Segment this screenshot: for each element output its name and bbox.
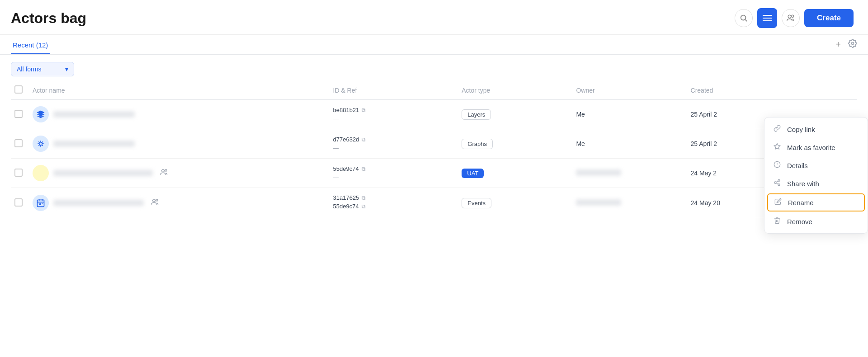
table-row: 31a17625⧉ 55de9c74⧉ Events 24 May 20	[11, 188, 857, 218]
filter-label: All forms	[17, 66, 41, 73]
id-primary: 31a17625	[333, 194, 359, 201]
id-ref-col: ID & Ref	[330, 81, 458, 100]
menu-label: Details	[787, 162, 808, 169]
row-1-checkbox[interactable]	[14, 110, 23, 118]
copy-id-icon[interactable]: ⧉	[362, 136, 366, 143]
row-4-checkbox[interactable]	[14, 198, 23, 207]
svg-point-0	[741, 15, 746, 20]
create-button[interactable]: Create	[804, 9, 854, 27]
created-date: 25 April 2	[691, 140, 717, 147]
settings-icon[interactable]	[848, 39, 857, 50]
tabs-right-actions: +	[835, 39, 857, 50]
table-row: d77e632d⧉ — Graphs Me 25 April 2	[11, 129, 857, 159]
actor-type-col: Actor type	[458, 81, 572, 100]
table-row: be881b21⧉ — Layers Me 25 April 2	[11, 100, 857, 129]
actor-type-badge: Events	[462, 198, 491, 208]
menu-label: Rename	[788, 199, 814, 207]
layers-icon	[33, 106, 49, 122]
menu-label: Remove	[787, 218, 812, 225]
select-all-col	[11, 81, 29, 100]
svg-point-33	[774, 182, 776, 183]
id-dash: —	[333, 174, 455, 181]
actions-col	[830, 81, 857, 100]
all-forms-dropdown[interactable]: All forms ▾	[11, 62, 74, 76]
row-2-checkbox[interactable]	[14, 139, 23, 147]
svg-line-15	[38, 141, 39, 142]
calendar-icon	[33, 195, 49, 211]
svg-line-36	[776, 181, 778, 182]
id-cell: 31a17625⧉ 55de9c74⧉	[333, 194, 455, 210]
svg-line-35	[776, 183, 778, 184]
select-all-checkbox[interactable]	[14, 85, 23, 94]
menu-item-mark-favorite[interactable]: Mark as favorite	[764, 138, 868, 156]
menu-label: Copy link	[787, 126, 815, 133]
owner-blurred	[576, 199, 621, 206]
actor-type-badge-blue: UAT	[462, 169, 484, 178]
pencil-icon	[774, 198, 783, 207]
copy-id-icon[interactable]: ⧉	[362, 107, 366, 113]
row-3-checkbox[interactable]	[14, 169, 23, 177]
menu-label: Mark as favorite	[787, 144, 835, 151]
created-date: 25 April 2	[691, 111, 717, 118]
table-header-row: Actor name ID & Ref Actor type Owner Cre…	[11, 81, 857, 100]
actor-name-col: Actor name	[29, 81, 330, 100]
graph-icon	[33, 136, 49, 152]
actor-name-cell	[33, 106, 326, 122]
add-tab-icon[interactable]: +	[835, 39, 841, 50]
link-icon	[773, 125, 782, 134]
actor-name-blurred	[53, 200, 144, 206]
id-cell: d77e632d⧉ —	[333, 136, 455, 151]
tab-recent[interactable]: Recent (12)	[11, 35, 50, 54]
svg-line-18	[38, 145, 39, 146]
menu-button[interactable]	[757, 8, 777, 28]
copy-id-icon[interactable]: ⧉	[362, 166, 366, 172]
search-button[interactable]	[735, 9, 753, 27]
share-icon	[773, 179, 782, 188]
page-title: Actors bag	[11, 10, 86, 27]
svg-point-32	[778, 179, 780, 181]
svg-point-7	[852, 42, 854, 45]
context-menu: Copy link Mark as favorite Details	[764, 117, 868, 234]
svg-line-1	[745, 19, 747, 21]
menu-item-copy-link[interactable]: Copy link	[764, 120, 868, 138]
svg-point-5	[788, 15, 791, 18]
menu-item-details[interactable]: Details	[764, 156, 868, 174]
id-cell: be881b21⧉ —	[333, 107, 455, 122]
users-button[interactable]	[782, 9, 800, 27]
id-secondary: 55de9c74	[333, 203, 359, 210]
svg-point-20	[165, 169, 167, 171]
copy-id-icon-2[interactable]: ⧉	[362, 203, 366, 210]
actor-name-cell	[33, 195, 326, 211]
page-header: Actors bag Create	[0, 0, 868, 35]
filter-row: All forms ▾	[0, 55, 868, 81]
svg-rect-25	[39, 204, 41, 205]
owner-me: Me	[576, 140, 585, 147]
created-date: 24 May 20	[691, 199, 720, 207]
id-primary: d77e632d	[333, 136, 359, 143]
actor-name-cell	[33, 136, 326, 152]
actor-type-badge: Graphs	[462, 139, 493, 149]
svg-marker-28	[774, 143, 780, 149]
shared-people-icon	[151, 198, 159, 207]
created-date: 24 May 2	[691, 169, 717, 177]
star-icon	[773, 143, 782, 152]
id-dash: —	[333, 145, 455, 151]
actors-table-wrap: Actor name ID & Ref Actor type Owner Cre…	[0, 81, 868, 218]
id-primary: be881b21	[333, 107, 359, 113]
menu-label: Share with	[787, 180, 819, 188]
svg-line-17	[42, 141, 42, 142]
menu-item-remove[interactable]: Remove	[764, 212, 868, 230]
actors-table: Actor name ID & Ref Actor type Owner Cre…	[11, 81, 857, 218]
trash-icon	[773, 217, 782, 226]
tabs-row: Recent (12) +	[0, 35, 868, 55]
svg-point-19	[162, 169, 165, 172]
info-icon	[773, 161, 782, 170]
created-col: Created	[687, 81, 830, 100]
menu-item-rename[interactable]: Rename	[767, 193, 865, 211]
actor-name-blurred	[53, 111, 135, 117]
menu-item-share-with[interactable]: Share with	[764, 174, 868, 193]
actor-name-blurred	[53, 141, 135, 147]
actor-type-badge: Layers	[462, 109, 491, 120]
copy-id-icon[interactable]: ⧉	[362, 195, 366, 201]
header-actions: Create	[735, 8, 854, 28]
